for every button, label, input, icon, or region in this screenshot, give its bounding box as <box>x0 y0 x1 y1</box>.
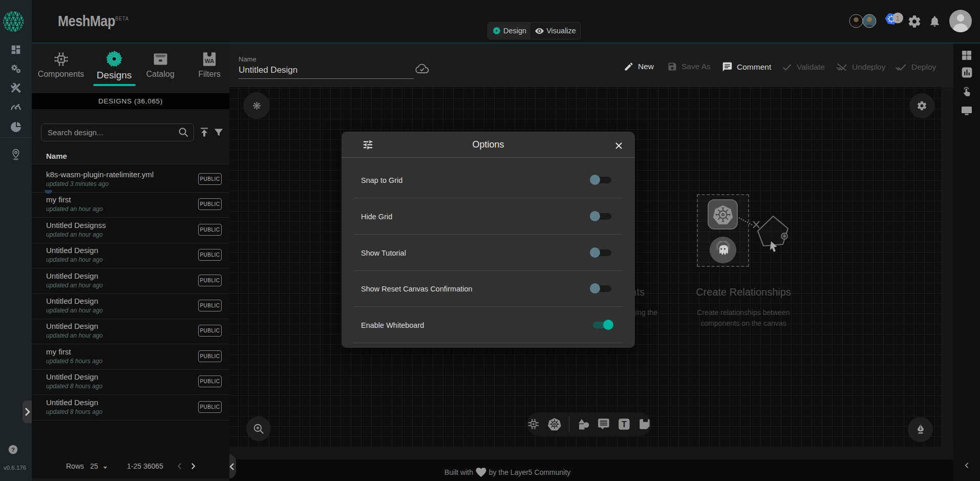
svg-text:WA: WA <box>205 58 215 64</box>
svg-text:1: 1 <box>896 15 900 22</box>
svg-text:?: ? <box>11 447 15 453</box>
svg-text:T: T <box>622 420 627 429</box>
